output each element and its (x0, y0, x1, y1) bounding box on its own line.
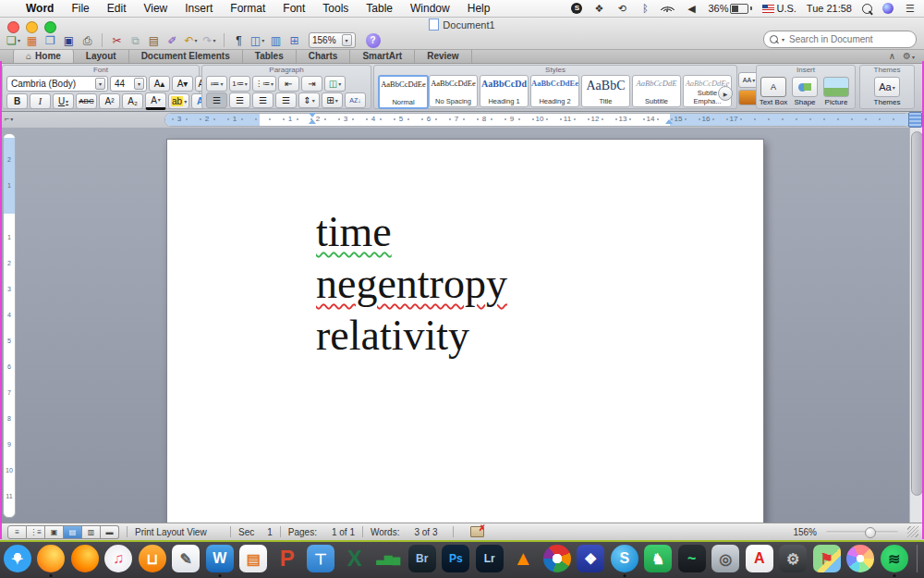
dock-lightroom[interactable]: Lr (476, 545, 504, 572)
menu-clock[interactable]: Tue 21:58 (807, 3, 852, 14)
print-layout-view-button[interactable]: ▤ (64, 525, 82, 539)
menu-item-edit[interactable]: Edit (107, 2, 127, 15)
battery-indicator[interactable]: 36% (708, 3, 752, 14)
font-size-select[interactable]: 44▾ (110, 76, 147, 92)
align-left-button[interactable]: ☰ (206, 92, 227, 108)
style-card-no-spacing[interactable]: AaBbCcDdEeNo Spacing (429, 75, 478, 107)
line-spacing-button[interactable]: ⇕▾ (298, 92, 320, 108)
zoom-slider-thumb[interactable] (865, 527, 876, 538)
dock-photos[interactable] (846, 545, 874, 572)
sort-button[interactable]: AZ↓ (345, 92, 366, 108)
columns-button[interactable]: ◫▾ (249, 32, 265, 48)
dock-books[interactable]: ⊔ (139, 545, 166, 572)
save-button[interactable]: ▣ (61, 32, 77, 48)
resize-grip[interactable] (907, 526, 918, 537)
dock-skype[interactable]: S (611, 545, 638, 572)
dock-photoshop[interactable]: Ps (442, 545, 469, 572)
menu-item-font[interactable]: Font (283, 2, 305, 15)
dock-keynote[interactable]: ⊤ (307, 545, 334, 572)
notebook-layout-view-button[interactable]: ▥ (82, 525, 101, 539)
input-source[interactable]: U.S. (762, 3, 796, 14)
strikethrough-button[interactable]: ABC (76, 93, 97, 109)
draft-view-button[interactable]: ≡ (7, 525, 27, 539)
insert-shape-button[interactable]: Shape (790, 77, 820, 106)
vertical-ruler[interactable]: 211234567891011 (3, 133, 16, 518)
redo-button[interactable]: ↷▾ (201, 32, 217, 48)
dock-numbers[interactable]: ▃▆▅ (374, 545, 402, 572)
text-line[interactable]: relativity (316, 310, 507, 362)
style-card-normal[interactable]: AaBbCcDdEeNormal (378, 75, 429, 109)
document-text[interactable]: timenegentropyrelativity (316, 206, 507, 362)
menu-item-file[interactable]: File (71, 2, 89, 15)
notification-center-icon[interactable]: ☰ (904, 2, 917, 15)
spelling-status-icon[interactable]: ✗ (470, 526, 484, 537)
split-view-button[interactable] (908, 112, 922, 128)
numbering-button[interactable]: 1≔▾ (229, 76, 250, 92)
menu-item-table[interactable]: Table (366, 2, 393, 15)
multilevel-list-button[interactable]: ⋮≔▾ (252, 76, 276, 92)
dock-evernote[interactable]: ♞ (644, 545, 672, 572)
dock-word[interactable]: W (206, 545, 234, 572)
document-map-button[interactable]: ▥ (268, 32, 284, 48)
style-card-title[interactable]: AaBbCTitle (581, 75, 630, 107)
highlight-button[interactable]: ab▾ (168, 93, 189, 109)
themes-button[interactable]: Aa▾ Themes (872, 77, 902, 106)
menu-item-format[interactable]: Format (230, 2, 265, 15)
time-machine-icon[interactable]: ⟲ (615, 2, 628, 15)
horizontal-ruler[interactable]: 3211234567891011121314151617 (164, 113, 911, 127)
style-card-heading-1[interactable]: AaBbCcDdHeading 1 (480, 75, 529, 107)
insert-picture-button[interactable]: Picture (821, 77, 851, 106)
new-document-button[interactable]: ❏▾ (6, 32, 21, 48)
dock-vlc[interactable]: ▲ (509, 545, 537, 572)
publishing-layout-view-button[interactable]: ▣ (45, 525, 64, 539)
font-name-select[interactable]: Cambria (Body)▾ (6, 76, 108, 92)
hanging-indent-marker[interactable] (309, 119, 316, 124)
tab-smartart[interactable]: SmartArt (350, 49, 415, 63)
style-card-subtitle[interactable]: AaBbCcDdESubtitle (632, 75, 681, 107)
dock-dropbox[interactable]: ❖ (577, 545, 604, 572)
elements-gallery-button[interactable]: ▦ (24, 32, 40, 48)
dock-spotify[interactable]: ≋ (881, 545, 908, 572)
dock-safari[interactable]: ✦ (4, 545, 31, 572)
style-card-heading-2[interactable]: AaBbCcDdEeHeading 2 (530, 75, 579, 107)
outline-view-button[interactable]: ⋮≡ (27, 525, 45, 539)
zoom-slider[interactable] (826, 531, 898, 534)
dock-excel[interactable]: X (341, 545, 369, 572)
dock-maps[interactable]: ⚑ (813, 545, 841, 572)
format-painter-button[interactable]: ✐ (164, 32, 180, 48)
copy-button[interactable]: ⧉ (128, 32, 143, 48)
dock-textedit[interactable]: ✎ (172, 545, 200, 572)
tab-charts[interactable]: Charts (297, 49, 351, 63)
first-line-indent-marker[interactable] (309, 113, 316, 117)
dropbox-menu-icon[interactable]: ❖ (592, 2, 605, 15)
font-color-button[interactable]: A▾ (145, 92, 166, 110)
tab-stop-selector[interactable]: ⌐▾ (5, 114, 13, 123)
paste-button[interactable]: ▤ (146, 32, 162, 48)
grow-font-button[interactable]: A▴ (149, 76, 170, 92)
shrink-font-button[interactable]: A▾ (172, 76, 193, 92)
print-button[interactable]: ⎙ (79, 32, 95, 48)
search-input[interactable] (787, 33, 893, 45)
dock-powerpoint[interactable]: P (274, 545, 301, 572)
tab-document-elements[interactable]: Document Elements (129, 49, 243, 63)
menu-item-view[interactable]: View (143, 2, 167, 15)
bullets-button[interactable]: ≔▾ (206, 76, 227, 92)
search-box[interactable]: ▾ (763, 31, 917, 48)
spotlight-icon[interactable] (862, 4, 872, 14)
bold-button[interactable]: B (6, 93, 28, 109)
dock-bridge[interactable]: Br (408, 545, 436, 572)
text-line[interactable]: time (316, 206, 507, 258)
siri-menu-icon[interactable] (882, 3, 894, 14)
ribbon-settings-button[interactable]: ⚙▾ (903, 51, 915, 61)
collapse-ribbon-button[interactable]: ∧ (889, 51, 895, 61)
menu-item-window[interactable]: Window (410, 2, 450, 15)
wifi-icon[interactable] (662, 4, 675, 14)
dock-acrobat-reader[interactable]: A (746, 545, 773, 572)
menu-item-tools[interactable]: Tools (322, 2, 348, 15)
menu-item-insert[interactable]: Insert (185, 2, 213, 15)
subscript-button[interactable]: A₂ (122, 93, 143, 109)
insert-text-box-button[interactable]: A Text Box (759, 77, 788, 106)
dock-firefox[interactable] (37, 545, 65, 572)
dock-office-document[interactable]: ▤ (239, 545, 267, 572)
decrease-indent-button[interactable]: ⇤ (278, 76, 299, 92)
